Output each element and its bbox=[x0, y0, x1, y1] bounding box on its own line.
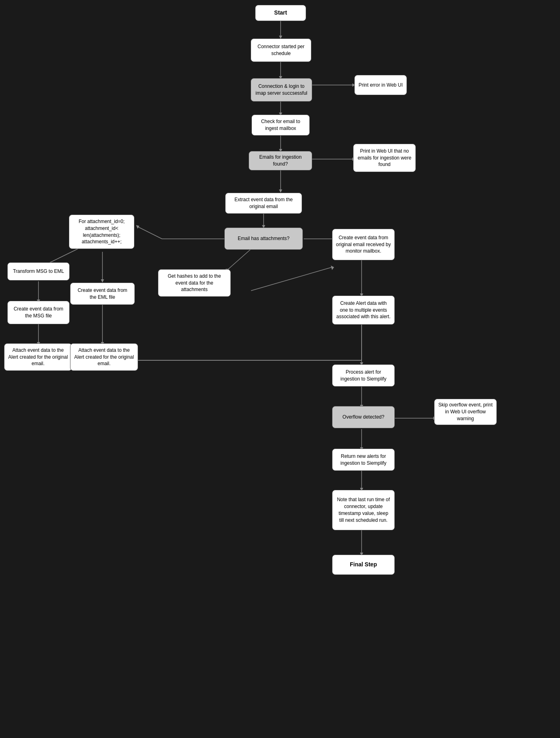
svg-marker-13 bbox=[279, 189, 282, 193]
print-no-emails-node: Print in Web UI that no emails for inges… bbox=[353, 144, 416, 172]
email-attachments-node: Email has attachments? bbox=[224, 228, 303, 250]
svg-marker-26 bbox=[101, 279, 104, 283]
note-last-run-node: Note that last run time of connector, up… bbox=[332, 490, 395, 530]
attach-event-msg-node: Attach event data to the Alert created f… bbox=[4, 343, 72, 371]
for-attachment-node: For attachment_id=0; attachment_id< len(… bbox=[69, 215, 134, 249]
print-error-node: Print error in Web UI bbox=[354, 75, 407, 95]
svg-line-19 bbox=[227, 249, 251, 270]
overflow-detected-node: Overflow detected? bbox=[332, 406, 395, 428]
return-alerts-node: Return new alerts for ingestion to Siemp… bbox=[332, 449, 395, 471]
attach-event-eml-node: Attach event data to the Alert created f… bbox=[70, 343, 138, 371]
emails-found-node: Emails for ingestion found? bbox=[249, 151, 312, 170]
extract-event-node: Extract event data from the original ema… bbox=[225, 193, 302, 214]
svg-marker-34 bbox=[331, 266, 334, 270]
skip-overflow-node: Skip overflow event, print in Web UI ove… bbox=[434, 399, 497, 425]
svg-line-33 bbox=[251, 267, 332, 291]
process-alert-node: Process alert for ingestion to Siemplify bbox=[332, 364, 395, 387]
create-event-eml-node: Create event data from the EML file bbox=[70, 283, 135, 305]
connection-login-node: Connection & login to imap server succse… bbox=[251, 78, 312, 102]
svg-marker-18 bbox=[136, 225, 139, 229]
check-email-node: Check for email to ingest mailbox bbox=[251, 115, 310, 136]
start-node: Start bbox=[255, 5, 306, 21]
final-step-node: Final Step bbox=[332, 555, 395, 575]
transform-msg-node: Transform MSG to EML bbox=[7, 262, 70, 281]
create-event-original-node: Create event data from original email re… bbox=[332, 229, 395, 260]
svg-line-17 bbox=[138, 227, 162, 239]
connector-started-node: Connector started per schedule bbox=[251, 38, 311, 62]
flowchart-container: Start Connector started per schedule Con… bbox=[0, 0, 560, 738]
create-alert-data-node: Create Alert data with one to multiple e… bbox=[332, 296, 395, 325]
create-event-msg-node: Create event data from the MSG file bbox=[7, 301, 70, 324]
get-hashes-node: Get hashes to add to the event data for … bbox=[158, 269, 231, 297]
